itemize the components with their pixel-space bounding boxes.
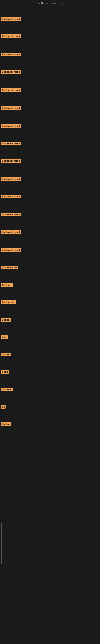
bottleneck-badge[interactable]: Bottleneck result xyxy=(1,230,21,234)
bottleneck-badge[interactable]: Bottleneck result xyxy=(1,159,21,162)
list-item[interactable]: Bott xyxy=(1,335,8,340)
bottleneck-badge[interactable]: Bottleneck result xyxy=(1,248,21,252)
vertical-line xyxy=(1,523,1,564)
bottleneck-badge[interactable]: Bottle xyxy=(1,370,9,374)
list-item[interactable]: Bottleneck result xyxy=(1,124,21,128)
list-item[interactable]: Bottlen xyxy=(1,318,11,322)
list-item[interactable]: Bottleneck r xyxy=(1,300,16,305)
list-item[interactable]: Bottlen xyxy=(1,422,11,427)
bottleneck-badge[interactable]: Bottleneck result xyxy=(1,177,21,181)
list-item[interactable]: Bottleneck result xyxy=(1,17,21,22)
bottleneck-badge[interactable]: Bottlen xyxy=(1,422,11,426)
site-title: TheBottlenecker.com xyxy=(0,0,100,6)
bottleneck-badge[interactable]: Bottlenec xyxy=(1,283,13,287)
bottleneck-badge[interactable]: Bottleneck r xyxy=(1,300,16,304)
list-item[interactable]: Bottlenec xyxy=(1,283,13,288)
bottleneck-badge[interactable]: Bottleneck result xyxy=(1,106,21,110)
bottleneck-badge[interactable]: Bott xyxy=(1,335,8,339)
bottleneck-badge[interactable]: Bottleneck result xyxy=(1,17,21,21)
bottleneck-badge[interactable]: Bottleneck result xyxy=(1,34,21,38)
list-item[interactable]: Bottleneck result xyxy=(1,248,21,252)
list-item[interactable]: Bottleneck result xyxy=(1,195,21,199)
bottleneck-badge[interactable]: Bo xyxy=(1,405,6,408)
list-item[interactable]: Bottleneck res xyxy=(1,266,18,270)
list-item[interactable]: Bottleneck result xyxy=(1,177,21,182)
list-item[interactable]: Bottleneck result xyxy=(1,34,21,39)
bottleneck-badge[interactable]: Bottleneck result xyxy=(1,53,21,56)
bottleneck-list: Bottleneck resultBottleneck resultBottle… xyxy=(0,6,100,529)
site-header: TheBottlenecker.com xyxy=(0,0,100,6)
list-item[interactable]: Bottleneck result xyxy=(1,142,21,146)
list-item[interactable]: Bottle xyxy=(1,370,9,374)
list-item[interactable]: Bottleneck result xyxy=(1,88,21,93)
list-item[interactable]: Bottleneck result xyxy=(1,159,21,164)
list-item[interactable]: Bottlen xyxy=(1,352,11,357)
bottleneck-badge[interactable]: Bottleneck result xyxy=(1,195,21,198)
bottleneck-badge[interactable]: Bottlen xyxy=(1,318,11,322)
list-item[interactable]: Bottleneck result xyxy=(1,70,21,74)
list-item[interactable]: Bottleneck result xyxy=(1,230,21,235)
bottleneck-badge[interactable]: Bottleneck result xyxy=(1,70,21,74)
bottleneck-badge[interactable]: Bottleneck result xyxy=(1,88,21,92)
list-item[interactable]: Bottlenec xyxy=(1,388,13,392)
bottleneck-badge[interactable]: Bottlen xyxy=(1,352,11,356)
list-item[interactable]: Bottleneck result xyxy=(1,53,21,57)
list-item[interactable]: Bottleneck result xyxy=(1,106,21,111)
bottleneck-badge[interactable]: Bottleneck res xyxy=(1,266,18,269)
bottleneck-badge[interactable]: Bottleneck result xyxy=(1,142,21,145)
list-item[interactable]: Bo xyxy=(1,405,6,409)
bottleneck-badge[interactable]: Bottleneck result xyxy=(1,212,21,216)
bottleneck-badge[interactable]: Bottlenec xyxy=(1,388,13,391)
bottleneck-badge[interactable]: Bottleneck result xyxy=(1,124,21,128)
list-item[interactable]: Bottleneck result xyxy=(1,212,21,217)
